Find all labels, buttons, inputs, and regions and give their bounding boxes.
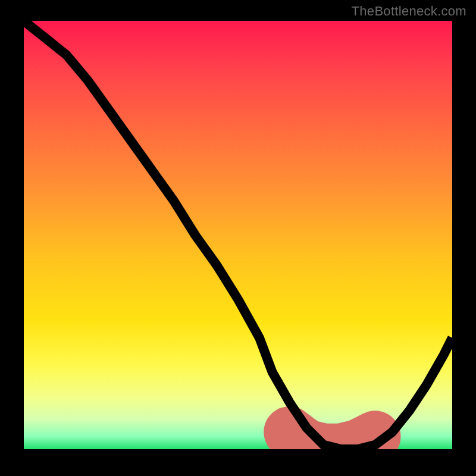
chart-svg (24, 21, 452, 449)
watermark-text: TheBottleneck.com (352, 4, 466, 19)
chart-plot-area (24, 21, 452, 449)
